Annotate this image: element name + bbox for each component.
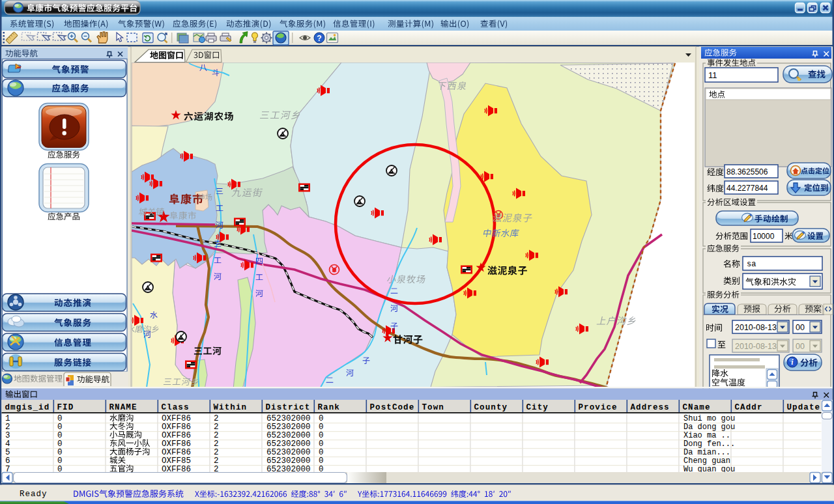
svg-text:00: 00 (796, 323, 805, 332)
svg-text:11: 11 (708, 70, 717, 80)
svg-text:2: 2 (214, 440, 219, 449)
svg-text:Within: Within (214, 403, 248, 412)
svg-text:0: 0 (57, 423, 63, 432)
svg-text:44.2277844: 44.2277844 (726, 184, 768, 193)
svg-text:CName: CName (683, 403, 711, 412)
svg-text:2: 2 (214, 456, 219, 466)
svg-text:Ready: Ready (20, 490, 48, 499)
svg-text:88.3625506: 88.3625506 (726, 167, 768, 176)
svg-text:2: 2 (214, 423, 219, 432)
svg-text:County: County (474, 403, 508, 412)
svg-text:Da mian...: Da mian... (683, 448, 730, 457)
svg-text:OXFF86: OXFF86 (162, 414, 191, 423)
svg-text:Dong fen...: Dong fen... (683, 440, 735, 449)
svg-text:652302000: 652302000 (266, 414, 311, 423)
svg-text:2: 2 (214, 448, 219, 457)
svg-text:2: 2 (214, 431, 219, 440)
svg-text:652302000: 652302000 (266, 456, 311, 466)
svg-text:0: 0 (57, 431, 63, 440)
svg-text:0: 0 (319, 431, 324, 440)
svg-text:2010-08-13: 2010-08-13 (735, 323, 777, 332)
svg-text:0: 0 (57, 414, 63, 423)
svg-text:Town: Town (422, 403, 444, 412)
svg-text:652302000: 652302000 (266, 423, 311, 432)
svg-text:Provice: Provice (579, 403, 618, 412)
svg-text:District: District (266, 403, 311, 412)
svg-text:OXFF86: OXFF86 (162, 440, 191, 449)
svg-text:City: City (526, 403, 549, 412)
svg-text:5: 5 (5, 448, 10, 457)
svg-text:Class: Class (162, 403, 190, 412)
svg-text:0: 0 (319, 423, 324, 432)
svg-text:0: 0 (57, 440, 63, 449)
svg-text:0: 0 (57, 456, 63, 466)
svg-text:0: 0 (319, 456, 324, 466)
svg-text:dmgis_id: dmgis_id (5, 403, 50, 412)
svg-text:6: 6 (5, 456, 10, 466)
svg-text:0: 0 (319, 440, 324, 449)
svg-text:Update: Update (787, 403, 821, 412)
svg-text:Address: Address (631, 403, 670, 412)
svg-text:CAddr: CAddr (735, 403, 763, 412)
svg-text:OXFF86: OXFF86 (162, 431, 191, 440)
svg-text:0: 0 (319, 448, 324, 457)
svg-text:FID: FID (57, 403, 74, 412)
svg-text:652302000: 652302000 (266, 431, 311, 440)
svg-text:PostCode: PostCode (370, 403, 415, 412)
svg-text:1: 1 (5, 414, 10, 423)
svg-text:OXFF86: OXFF86 (162, 448, 191, 457)
svg-text:652302000: 652302000 (266, 448, 311, 457)
svg-text:3: 3 (5, 431, 10, 440)
svg-text:Da dong gou: Da dong gou (683, 423, 735, 432)
svg-text:0: 0 (57, 448, 63, 457)
svg-text:OXFF86: OXFF86 (162, 423, 191, 432)
svg-text:2: 2 (214, 414, 219, 423)
svg-text:Cheng guan: Cheng guan (683, 456, 730, 466)
svg-text:10000: 10000 (753, 232, 775, 241)
svg-text:Xiao ma ..: Xiao ma .. (683, 431, 730, 440)
svg-text:Shui mo gou: Shui mo gou (683, 414, 735, 423)
svg-text:4: 4 (5, 440, 10, 449)
svg-text:652302000: 652302000 (266, 440, 311, 449)
svg-text:sa: sa (747, 260, 756, 269)
svg-text:00: 00 (796, 342, 805, 351)
svg-text:Rank: Rank (318, 403, 340, 412)
svg-text:RNAME: RNAME (109, 403, 137, 412)
svg-text:OXFF85: OXFF85 (162, 456, 191, 466)
svg-text:0: 0 (319, 414, 324, 423)
svg-text:?: ? (317, 34, 321, 43)
svg-text:2: 2 (5, 423, 10, 432)
svg-text:2010-08-13: 2010-08-13 (735, 342, 777, 351)
